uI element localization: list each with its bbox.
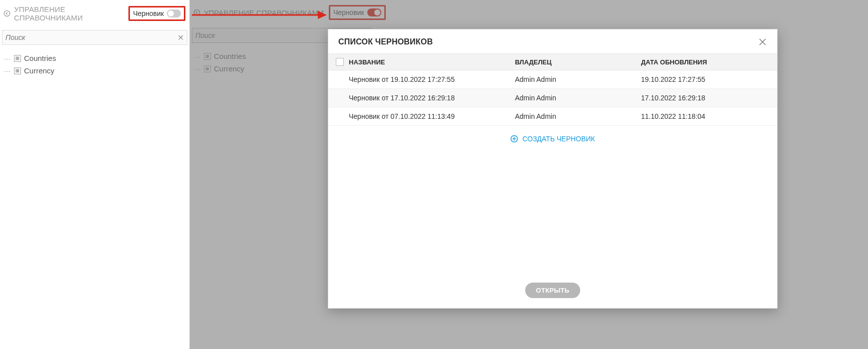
clear-icon[interactable]: ✕ <box>177 33 184 42</box>
create-draft-label: СОЗДАТЬ ЧЕРНОВИК <box>522 135 595 143</box>
cell-owner: Admin Admin <box>515 75 641 83</box>
page-title: УПРАВЛЕНИЕ СПРАВОЧНИКАМИ <box>14 5 125 22</box>
tree: --- ▦ Countries --- ▦ Currency <box>0 50 189 79</box>
table-row[interactable]: Черновик от 17.10.2022 16:29:18 Admin Ad… <box>328 89 777 107</box>
draft-toggle-label: Черновик <box>133 9 164 17</box>
plus-circle-icon <box>510 135 518 143</box>
table-header: НАЗВАНИЕ ВЛАДЕЛЕЦ ДАТА ОБНОВЛЕНИЯ <box>328 53 777 70</box>
left-panel: УПРАВЛЕНИЕ СПРАВОЧНИКАМИ Черновик ✕ --- … <box>0 0 190 349</box>
modal-title: СПИСОК ЧЕРНОВИКОВ <box>338 37 433 46</box>
cell-name: Черновик от 07.10.2022 11:13:49 <box>347 112 515 120</box>
close-icon[interactable] <box>758 37 767 46</box>
open-button[interactable]: ОТКРЫТЬ <box>525 283 581 298</box>
table-row[interactable]: Черновик от 19.10.2022 17:27:55 Admin Ad… <box>328 70 777 89</box>
tree-item-label: Currency <box>24 66 54 75</box>
cell-name: Черновик от 19.10.2022 17:27:55 <box>347 75 515 83</box>
tree-dash-icon: --- <box>4 55 11 61</box>
table-body: Черновик от 19.10.2022 17:27:55 Admin Ad… <box>328 70 777 126</box>
cell-name: Черновик от 17.10.2022 16:29:18 <box>347 94 515 102</box>
svg-point-0 <box>4 10 9 16</box>
cell-owner: Admin Admin <box>515 94 641 102</box>
draft-toggle-off[interactable] <box>167 9 181 17</box>
cell-date: 19.10.2022 17:27:55 <box>641 75 767 83</box>
search-input[interactable] <box>5 33 177 41</box>
select-all-checkbox[interactable] <box>336 58 344 66</box>
table-row[interactable]: Черновик от 07.10.2022 11:13:49 Admin Ad… <box>328 107 777 126</box>
tree-dash-icon: --- <box>4 68 11 74</box>
col-date-header: ДАТА ОБНОВЛЕНИЯ <box>641 58 767 66</box>
drafts-modal: СПИСОК ЧЕРНОВИКОВ НАЗВАНИЕ ВЛАДЕЛЕЦ ДАТА… <box>328 29 778 309</box>
col-name-header: НАЗВАНИЕ <box>347 58 515 66</box>
col-owner-header: ВЛАДЕЛЕЦ <box>515 58 641 66</box>
cell-owner: Admin Admin <box>515 112 641 120</box>
search-wrap: ✕ <box>2 30 187 45</box>
table-icon: ▦ <box>14 67 21 74</box>
tree-item-currency[interactable]: --- ▦ Currency <box>3 64 186 77</box>
cell-date: 17.10.2022 16:29:18 <box>641 94 767 102</box>
cell-date: 11.10.2022 11:18:04 <box>641 112 767 120</box>
tree-item-label: Countries <box>24 54 56 62</box>
table-icon: ▦ <box>14 55 21 62</box>
create-draft-button[interactable]: СОЗДАТЬ ЧЕРНОВИК <box>328 126 777 147</box>
tree-item-countries[interactable]: --- ▦ Countries <box>3 52 186 64</box>
chevron-left-icon[interactable] <box>3 9 11 17</box>
draft-toggle-annotation: Черновик <box>128 6 185 21</box>
